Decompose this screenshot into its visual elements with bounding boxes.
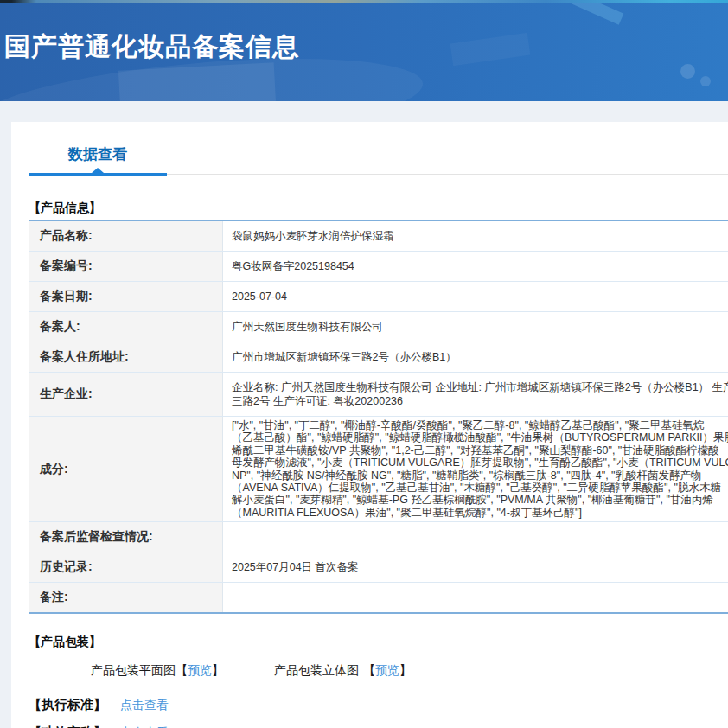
row-label: 成分: — [29, 417, 223, 521]
value-line: 2025年07月04日 首次备案 — [232, 561, 728, 574]
efficacy-title: 【功效宣称】 — [29, 725, 106, 728]
table-row: 备案后监督检查情况: — [29, 522, 728, 552]
row-label: 生产企业: — [29, 373, 223, 416]
banner-decor-shape — [450, 33, 531, 66]
table-row: 成分:["水", "甘油", "丁二醇", "椰油醇-辛酸酯/癸酸酯", "聚乙… — [29, 417, 728, 522]
value-line: 解小麦蛋白", "麦芽糊精", "鲸蜡基-PG 羟乙基棕榈酰胺", "PVM/M… — [232, 494, 728, 506]
row-value: 2025-07-04 — [223, 282, 728, 311]
table-row: 产品名称:袋鼠妈妈小麦胚芽水润倍护保湿霜 — [29, 221, 728, 252]
row-value: 粤G妆网备字2025198454 — [223, 252, 728, 281]
row-value: 2025年07月04日 首次备案 — [223, 552, 728, 582]
value-line: 烯酰二甲基牛磺酸铵/VP 共聚物", "1,2-己二醇", "对羟基苯乙酮", … — [232, 444, 728, 457]
banner-decor-circle — [700, 76, 711, 86]
packaging-row: 产品包装平面图【预览】 产品包装立体图【预览】 — [91, 663, 728, 679]
packaging-stereo-preview-link[interactable]: 预览 — [375, 663, 399, 677]
exec-standard-row: 【执行标准】 点击查看 — [29, 697, 728, 713]
row-label: 备案日期: — [29, 282, 223, 311]
row-value: 企业名称: 广州天然国度生物科技有限公司 企业地址: 广州市增城区新塘镇环保三路… — [223, 373, 728, 416]
page-header-banner: 国产普通化妆品备案信息 — [0, 3, 728, 101]
value-line: （AVENA SATIVA）仁提取物", "乙基己基甘油", "木糖醇", "己… — [232, 482, 728, 494]
row-label: 备案编号: — [29, 252, 223, 281]
tab-divider-line — [167, 174, 728, 175]
packaging-stereo-item: 产品包装立体图【预览】 — [274, 663, 412, 677]
row-value — [223, 583, 728, 612]
table-row: 备案人:广州天然国度生物科技有限公司 — [29, 312, 728, 342]
table-row: 生产企业:企业名称: 广州天然国度生物科技有限公司 企业地址: 广州市增城区新塘… — [29, 373, 728, 417]
value-line: 2025-07-04 — [232, 291, 728, 303]
row-label: 备案人住所地址: — [29, 342, 223, 372]
value-line: 袋鼠妈妈小麦胚芽水润倍护保湿霜 — [232, 230, 728, 243]
value-line: （MAURITIA FLEXUOSA）果油", "聚二甲基硅氧烷醇", "4-叔… — [232, 507, 728, 519]
value-line: ["水", "甘油", "丁二醇", "椰油醇-辛酸酯/癸酸酯", "聚乙二醇-… — [232, 419, 728, 431]
bracket-close: 】 — [399, 663, 412, 677]
value-line: 三路2号 生产许可证: 粤妆20200236 — [232, 394, 728, 408]
value-line: 广州天然国度生物科技有限公司 — [232, 321, 728, 334]
bracket-open: 【 — [363, 663, 375, 677]
efficacy-row: 【功效宣称】 点击查看 — [29, 725, 728, 728]
product-info-table: 产品名称:袋鼠妈妈小麦胚芽水润倍护保湿霜备案编号:粤G妆网备字202519845… — [29, 220, 728, 614]
banner-decor-shape — [556, 3, 624, 25]
row-label: 备案人: — [29, 312, 223, 342]
row-label: 备注: — [29, 583, 223, 612]
content-card: 数据查看 【产品信息】 产品名称:袋鼠妈妈小麦胚芽水润倍护保湿霜备案编号:粤G妆… — [11, 122, 728, 728]
value-line: 粤G妆网备字2025198454 — [232, 260, 728, 273]
bracket-open: 【 — [176, 663, 188, 677]
packaging-section-title: 【产品包装】 — [29, 635, 728, 650]
packaging-flat-item: 产品包装平面图【预览】 — [91, 663, 224, 677]
table-row: 备案编号:粤G妆网备字2025198454 — [29, 252, 728, 282]
product-info-section-title: 【产品信息】 — [29, 201, 728, 216]
value-line: NP", "神经酰胺 NS/神经酰胺 NG", "糖脂", "糖鞘脂类", "棕… — [232, 469, 728, 482]
table-row: 历史记录:2025年07月04日 首次备案 — [29, 552, 728, 583]
value-line: 企业名称: 广州天然国度生物科技有限公司 企业地址: 广州市增城区新塘镇环保三路… — [232, 380, 728, 394]
tab-data-view[interactable]: 数据查看 — [29, 144, 167, 176]
value-line: （乙基己酸）酯", "鲸蜡硬脂醇", "鲸蜡硬脂醇橄榄油酸酯", "牛油果树（B… — [232, 431, 728, 444]
row-value: 袋鼠妈妈小麦胚芽水润倍护保湿霜 — [223, 221, 728, 251]
packaging-flat-label: 产品包装平面图 — [91, 663, 176, 677]
tab-strip: 数据查看 — [29, 144, 728, 176]
row-value: 广州市增城区新塘镇环保三路2号（办公楼B1） — [223, 342, 728, 372]
row-value: ["水", "甘油", "丁二醇", "椰油醇-辛酸酯/癸酸酯", "聚乙二醇-… — [223, 417, 728, 521]
table-row: 备案日期:2025-07-04 — [29, 282, 728, 312]
exec-standard-view-link[interactable]: 点击查看 — [120, 698, 169, 713]
row-label: 历史记录: — [29, 552, 223, 582]
table-row: 备案人住所地址:广州市增城区新塘镇环保三路2号（办公楼B1） — [29, 342, 728, 373]
row-value — [223, 522, 728, 552]
page-background: 数据查看 【产品信息】 产品名称:袋鼠妈妈小麦胚芽水润倍护保湿霜备案编号:粤G妆… — [0, 101, 728, 728]
page-title: 国产普通化妆品备案信息 — [4, 29, 299, 65]
banner-decor-circle — [680, 64, 695, 79]
page: 国产普通化妆品备案信息 数据查看 【产品信息】 产品名称:袋鼠妈妈小麦胚芽水润倍… — [0, 0, 728, 728]
packaging-flat-preview-link[interactable]: 预览 — [188, 663, 212, 677]
bracket-close: 】 — [212, 663, 224, 677]
tab-active-underline — [29, 173, 167, 176]
value-line: 广州市增城区新塘镇环保三路2号（办公楼B1） — [232, 351, 728, 364]
row-label: 产品名称: — [29, 221, 223, 251]
exec-standard-title: 【执行标准】 — [29, 697, 106, 713]
row-value: 广州天然国度生物科技有限公司 — [223, 312, 728, 342]
table-row: 备注: — [29, 583, 728, 612]
row-label: 备案后监督检查情况: — [29, 522, 223, 552]
value-line: 母发酵产物滤液", "小麦（TRITICUM VULGARE）胚芽提取物", "… — [232, 457, 728, 469]
packaging-stereo-label: 产品包装立体图 — [274, 663, 359, 677]
